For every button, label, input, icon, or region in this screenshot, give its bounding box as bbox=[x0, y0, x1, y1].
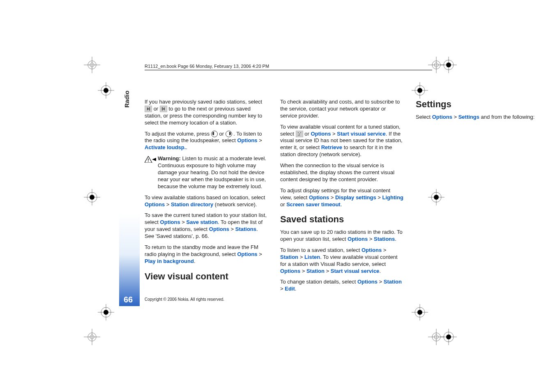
copyright-footer: Copyright © 2006 Nokia. All rights reser… bbox=[145, 297, 224, 302]
menu-option: Options bbox=[209, 226, 229, 232]
section-sidebar bbox=[119, 99, 140, 306]
page-number: 66 bbox=[124, 295, 133, 304]
menu-option: Station bbox=[384, 279, 402, 285]
menu-option: Options bbox=[237, 251, 257, 257]
heading-saved-stations: Saved stations bbox=[280, 214, 403, 226]
registration-mark-icon bbox=[84, 329, 100, 345]
body-paragraph: To return to the standby mode and leave … bbox=[145, 244, 268, 265]
menu-option: Options bbox=[362, 247, 382, 253]
menu-option: Station directory bbox=[171, 201, 213, 208]
heading-settings: Settings bbox=[416, 99, 539, 111]
menu-option: Start visual service bbox=[337, 131, 386, 137]
heading-view-visual-content: View visual content bbox=[145, 271, 268, 283]
menu-option: Display settings bbox=[335, 194, 376, 201]
registration-mark-icon bbox=[428, 189, 444, 205]
scroll-right-key-icon bbox=[226, 131, 232, 137]
registration-mark-icon bbox=[440, 57, 457, 73]
menu-option: Options bbox=[357, 279, 378, 285]
menu-option: Options bbox=[237, 137, 257, 143]
body-paragraph: If you have previously saved radio stati… bbox=[145, 99, 268, 127]
svg-text:!: ! bbox=[147, 158, 149, 163]
body-paragraph: You can save up to 20 radio stations in … bbox=[280, 229, 403, 243]
scroll-left-key-icon bbox=[211, 131, 218, 137]
body-paragraph: To view available stations based on loca… bbox=[145, 194, 268, 208]
registration-mark-icon bbox=[98, 304, 114, 321]
visual-service-key-icon bbox=[296, 131, 303, 137]
body-paragraph: To change station details, select Option… bbox=[280, 279, 403, 293]
menu-option: Options bbox=[348, 236, 368, 242]
warning-block: ! Warning: Listen to music at a moderate… bbox=[145, 155, 268, 190]
menu-option: Station bbox=[280, 254, 298, 260]
menu-option: Retrieve bbox=[321, 144, 342, 150]
body-paragraph: To save the current tuned station to you… bbox=[145, 212, 268, 240]
header-rule bbox=[145, 70, 432, 70]
menu-option: Start visual service bbox=[331, 268, 380, 274]
menu-option: Save station bbox=[187, 219, 218, 225]
menu-option: Options bbox=[280, 268, 300, 274]
section-label: Radio bbox=[123, 90, 130, 108]
body-paragraph: To view available visual content for a t… bbox=[280, 124, 403, 158]
menu-option: Play in background bbox=[145, 258, 194, 264]
menu-option: Edit bbox=[285, 286, 295, 292]
warning-icon: ! bbox=[145, 156, 156, 163]
page-content: If you have previously saved radio stati… bbox=[145, 99, 403, 294]
menu-option: Activate loudsp. bbox=[145, 144, 186, 150]
menu-option: Listen bbox=[304, 254, 320, 260]
menu-option: Options bbox=[309, 194, 329, 201]
svg-marker-50 bbox=[152, 158, 156, 161]
next-station-key-icon bbox=[145, 106, 152, 112]
registration-mark-icon bbox=[440, 329, 457, 345]
menu-option: Options bbox=[311, 131, 331, 137]
menu-option: Options bbox=[145, 201, 165, 208]
menu-option: Station bbox=[306, 268, 325, 274]
registration-mark-icon bbox=[84, 189, 100, 205]
menu-option: Lighting bbox=[382, 194, 403, 201]
body-paragraph: To adjust display settings for the visua… bbox=[280, 187, 403, 208]
registration-mark-icon bbox=[98, 82, 114, 99]
registration-mark-icon bbox=[412, 82, 428, 99]
body-paragraph: To adjust the volume, press or . To list… bbox=[145, 131, 268, 152]
prev-station-key-icon bbox=[160, 106, 167, 112]
menu-option: Stations bbox=[235, 226, 256, 232]
body-paragraph: Select Options > Settings and from the f… bbox=[416, 114, 539, 121]
menu-option: Options bbox=[160, 219, 180, 225]
menu-option: Screen saver timeout bbox=[286, 201, 341, 208]
body-paragraph: When the connection to the visual servic… bbox=[280, 162, 403, 183]
body-paragraph: To check availability and costs, and to … bbox=[280, 99, 403, 120]
registration-mark-icon bbox=[412, 304, 428, 321]
menu-option: Settings bbox=[458, 114, 479, 120]
menu-option: Stations bbox=[374, 236, 395, 242]
menu-option: Options bbox=[432, 114, 452, 120]
body-paragraph: To listen to a saved station, select Opt… bbox=[280, 247, 403, 275]
registration-mark-icon bbox=[84, 57, 100, 73]
page-header-metadata: R1112_en.book Page 66 Monday, February 1… bbox=[145, 64, 269, 69]
